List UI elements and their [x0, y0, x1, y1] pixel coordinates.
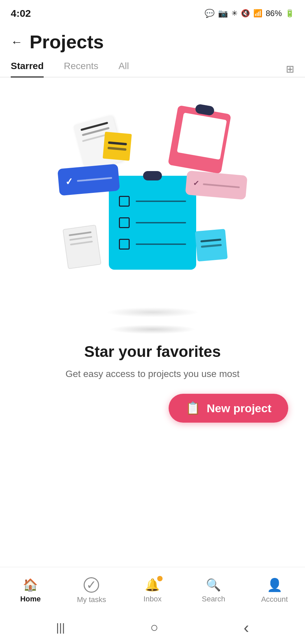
status-bar: 4:02 💬 📷 ✳ 🔇 📶 86% 🔋 [0, 0, 305, 24]
wifi-icon: 📶 [253, 9, 262, 18]
new-project-icon: 📋 [185, 401, 201, 415]
mute-icon: 🔇 [241, 9, 250, 18]
tabs: Starred Recents All [11, 61, 286, 77]
nav-mytasks[interactable]: ✓ My tasks [61, 577, 122, 604]
nav-inbox[interactable]: 🔔 Inbox [122, 578, 183, 603]
video-icon: 📷 [218, 9, 228, 18]
grid-view-icon[interactable]: ⊞ [286, 63, 294, 75]
system-home-button[interactable]: ○ [150, 620, 158, 635]
new-project-button[interactable]: 📋 New project [169, 394, 288, 423]
central-clip [143, 171, 162, 180]
clipboard-pink-paper [177, 113, 227, 160]
page-title: Projects [30, 31, 104, 53]
nav-home[interactable]: 🏠 Home [0, 578, 61, 603]
checklist-item-2 [119, 217, 186, 228]
checkmark-icon: ✓ [65, 176, 74, 187]
new-project-btn-container: 📋 New project [0, 380, 305, 423]
system-back-button[interactable]: ‹ [244, 618, 249, 637]
account-icon: 👤 [267, 578, 282, 592]
tab-recents[interactable]: Recents [64, 61, 98, 77]
card-blue: ✓ [57, 164, 120, 196]
tab-starred[interactable]: Starred [11, 61, 44, 77]
battery-indicator: 86% [266, 9, 282, 18]
nav-inbox-label: Inbox [143, 595, 162, 603]
illustration: ✓ ✓ [52, 99, 253, 327]
central-clipboard [109, 176, 196, 270]
status-icons: 💬 📷 ✳ 🔇 📶 86% 🔋 [205, 9, 294, 18]
checklist-item-1 [119, 196, 186, 207]
blue-line [77, 177, 112, 181]
empty-state-subtitle: Get easy access to projects you use most [66, 367, 239, 380]
search-icon: 🔍 [206, 578, 221, 592]
messenger-icon: 💬 [205, 9, 215, 18]
system-menu-button[interactable]: ||| [56, 621, 65, 634]
checkbox-line-3 [136, 244, 186, 245]
inbox-wrapper: 🔔 [145, 578, 160, 592]
bluetooth-icon: ✳ [231, 9, 237, 18]
shadow-ellipse [105, 307, 200, 317]
tab-all[interactable]: All [119, 61, 129, 77]
nav-search[interactable]: 🔍 Search [183, 578, 244, 603]
battery-icon: 🔋 [285, 9, 294, 18]
checkbox-line-2 [136, 222, 186, 223]
bottom-nav: 🏠 Home ✓ My tasks 🔔 Inbox 🔍 Search 👤 Acc… [0, 567, 305, 610]
checkbox-2 [119, 217, 130, 228]
nav-account-label: Account [261, 595, 288, 604]
document-bottomleft [62, 225, 101, 269]
home-icon: 🏠 [23, 578, 38, 592]
nav-home-label: Home [20, 595, 41, 603]
empty-state-title: Star your favorites [84, 342, 221, 361]
inbox-badge [157, 576, 163, 581]
checklist-item-3 [119, 239, 186, 250]
system-nav: ||| ○ ‹ [0, 610, 305, 644]
nav-mytasks-label: My tasks [77, 595, 106, 604]
checkmark-pink-icon: ✓ [192, 179, 199, 188]
pink-line [203, 183, 240, 188]
checkbox-3 [119, 239, 130, 250]
new-project-label: New project [207, 402, 271, 415]
status-time: 4:02 [11, 8, 31, 19]
illustration-container: ✓ ✓ [0, 77, 305, 339]
note-cyan [195, 229, 228, 262]
empty-state-text: Star your favorites Get easy access to p… [0, 342, 305, 380]
nav-account[interactable]: 👤 Account [244, 578, 305, 604]
header: ← Projects [0, 24, 305, 61]
sticky-note-yellow [103, 132, 132, 161]
nav-search-label: Search [202, 595, 225, 603]
tabs-container: Starred Recents All ⊞ [0, 61, 305, 77]
checkbox-line-1 [136, 201, 186, 202]
clipboard-clip [195, 104, 215, 116]
checkbox-1 [119, 196, 130, 207]
mytasks-icon: ✓ [84, 577, 99, 593]
back-button[interactable]: ← [11, 35, 23, 49]
